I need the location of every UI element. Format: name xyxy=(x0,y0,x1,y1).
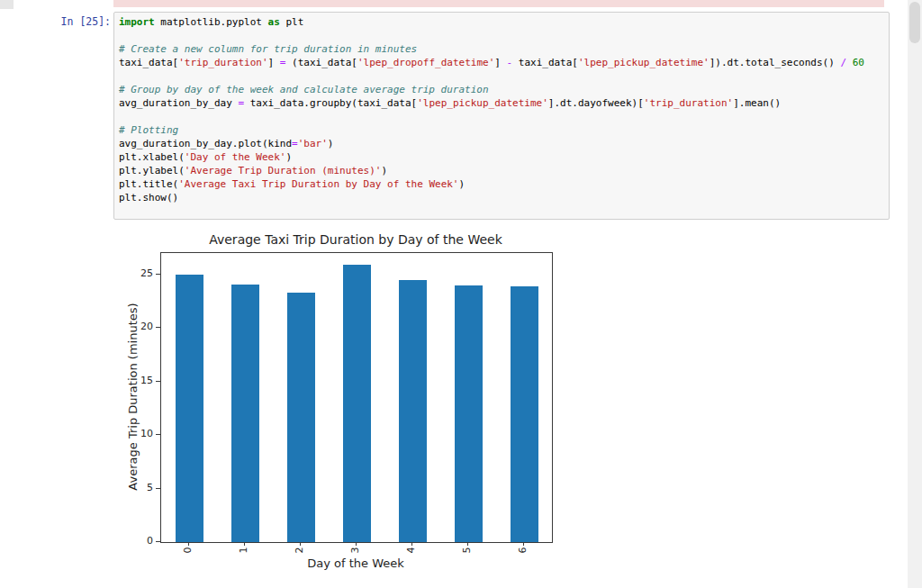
x-tick-label: 2 xyxy=(294,544,306,556)
y-tick-mark xyxy=(156,381,160,382)
code-editor[interactable]: import matplotlib.pyplot as plt # Create… xyxy=(113,12,890,220)
code-line: import matplotlib.pyplot as plt xyxy=(119,15,885,29)
code-line: # Create a new column for trip duration … xyxy=(119,42,885,56)
y-tick-mark xyxy=(156,274,160,275)
x-tick-label: 1 xyxy=(238,544,250,556)
y-tick-label: 10 xyxy=(122,428,153,440)
previous-cell-remnant xyxy=(113,0,884,7)
y-tick-mark xyxy=(156,434,160,435)
plot-area xyxy=(160,252,553,543)
bar-day-3 xyxy=(343,265,371,542)
y-axis-label: Average Trip Duration (minutes) xyxy=(126,252,140,541)
code-line: taxi_data['trip_duration'] = (taxi_data[… xyxy=(119,56,885,69)
code-line: avg_duration_by_day = taxi_data.groupby(… xyxy=(119,96,885,110)
bar-day-5 xyxy=(455,285,483,542)
code-line xyxy=(119,204,885,218)
y-tick-label: 0 xyxy=(122,535,153,547)
x-tick-label: 4 xyxy=(405,544,418,556)
y-tick-label: 25 xyxy=(122,267,153,280)
input-prompt: In [25]: xyxy=(36,15,111,29)
scrollbar-thumb[interactable] xyxy=(909,2,920,43)
y-tick-label: 20 xyxy=(122,321,153,333)
scroll-corner xyxy=(0,0,14,9)
x-tick-label: 6 xyxy=(517,544,529,556)
code-line: avg_duration_by_day.plot(kind='bar') xyxy=(119,137,885,150)
code-line xyxy=(119,69,885,83)
code-line: plt.title('Average Taxi Trip Duration by… xyxy=(119,177,885,191)
bar-day-6 xyxy=(511,286,538,542)
x-tick-label: 0 xyxy=(182,544,194,556)
y-tick-label: 15 xyxy=(122,375,153,387)
x-tick-label: 5 xyxy=(461,544,474,556)
bar-day-4 xyxy=(399,280,427,542)
bar-day-1 xyxy=(231,285,259,543)
y-tick-mark xyxy=(156,541,160,542)
scrollbar[interactable] xyxy=(908,0,922,588)
code-line xyxy=(119,110,885,123)
y-tick-label: 5 xyxy=(122,482,153,494)
chart-figure: Average Taxi Trip Duration by Day of the… xyxy=(113,225,564,585)
code-line: plt.xlabel('Day of the Week') xyxy=(119,150,885,164)
code-line: plt.ylabel('Average Trip Duration (minut… xyxy=(119,164,885,177)
chart-title: Average Taxi Trip Duration by Day of the… xyxy=(160,232,551,248)
code-line xyxy=(119,29,885,42)
code-line: # Group by day of the week and calculate… xyxy=(119,83,885,96)
y-tick-mark xyxy=(156,327,160,328)
code-content[interactable]: import matplotlib.pyplot as plt # Create… xyxy=(114,13,889,221)
code-line: plt.show() xyxy=(119,191,885,204)
x-tick-label: 3 xyxy=(349,544,362,556)
x-axis-label: Day of the Week xyxy=(160,556,551,571)
bar-day-0 xyxy=(176,275,203,542)
y-tick-mark xyxy=(156,488,160,489)
bar-day-2 xyxy=(287,293,315,542)
code-line: # Plotting xyxy=(119,123,885,137)
